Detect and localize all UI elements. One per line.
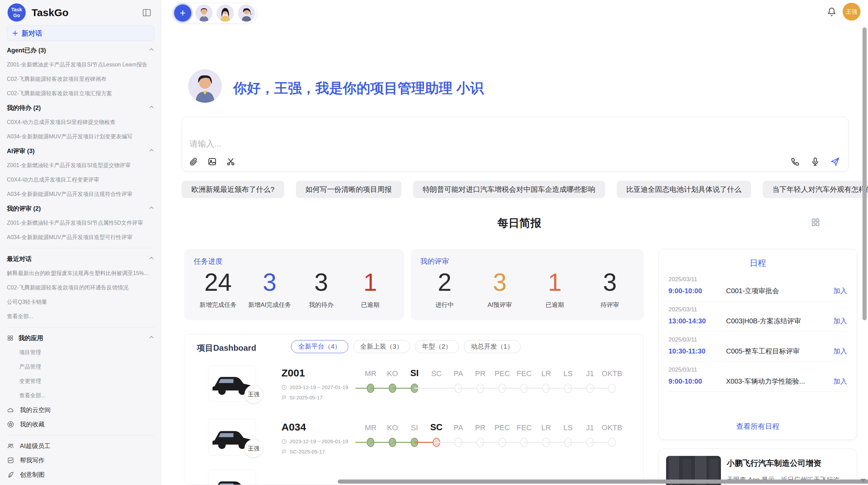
- project-row: 王强A0342023-12-19 ~ 2026-01-19SC-2025-05-…: [184, 419, 644, 460]
- notifications-bell-icon[interactable]: [827, 7, 836, 16]
- scroll-down-arrow-icon[interactable]: [860, 479, 866, 483]
- suggestion-chip[interactable]: 欧洲新规最近颁布了什么?: [182, 181, 284, 198]
- scissors-icon[interactable]: [226, 157, 236, 166]
- stat-item: 3我的待办: [302, 269, 340, 309]
- sidebar-link-label: 创意制图: [20, 471, 45, 479]
- event-join-link[interactable]: 加入: [833, 316, 847, 326]
- stat-card-title: 任务进度: [194, 257, 222, 266]
- view-all-schedule-link[interactable]: 查看所有日程: [659, 422, 857, 431]
- microphone-icon[interactable]: [810, 157, 820, 166]
- chevron-up-icon[interactable]: [149, 104, 154, 112]
- dashboard-tab[interactable]: 年型（2）: [415, 340, 459, 353]
- plus-icon: [12, 30, 18, 36]
- sidebar-section-header[interactable]: Agent已办 (3): [7, 43, 154, 58]
- sidebar-collapse-icon[interactable]: [142, 8, 152, 17]
- app-menu-item[interactable]: 产品管理: [7, 360, 154, 374]
- suggestion-chip[interactable]: 当下年轻人对汽车外观有怎样的喜好趋势: [763, 181, 868, 198]
- milestone-label: FEC: [513, 423, 535, 432]
- event-date: 2025/03/11: [668, 366, 847, 373]
- sidebar-link-label: 帮我写作: [20, 456, 45, 464]
- sidebar: TaskGo TaskGo 新对话 Agent已办 (3)Z001-全新燃油皮卡…: [0, 0, 161, 485]
- sidebar-task-item[interactable]: C0X4-动力总成开发项目SI里程碑提交物检查: [7, 115, 154, 129]
- sidebar-task-item[interactable]: A034-全新新能源MUV产品开发项目法规符合性评审: [7, 187, 154, 201]
- image-icon[interactable]: [207, 157, 217, 166]
- apps-view-all[interactable]: 查看全部...: [7, 388, 154, 403]
- chevron-up-icon[interactable]: [149, 335, 154, 342]
- sidebar-task-item[interactable]: C0X4-动力总成开发项目工程变更评审: [7, 173, 154, 187]
- write-icon: [7, 457, 14, 464]
- suggestion-chips: 欧洲新规最近颁布了什么?如何写一份清晰的项目周报特朗普可能对进口汽车增税会对中国…: [182, 181, 868, 198]
- project-dates: 2023-12-19 ~ 2026-01-19: [281, 438, 348, 444]
- milestone-label: LR: [535, 369, 557, 378]
- project-flag-text: SC-2025-05-17: [290, 449, 325, 455]
- agent-quickbar: +: [172, 3, 257, 23]
- recent-chat-item[interactable]: 公司Q3轻卡销量: [7, 295, 154, 309]
- sidebar-task-item[interactable]: A034-全新新能源MUV产品开发项目造型可行性评审: [7, 230, 154, 245]
- chevron-up-icon[interactable]: [149, 47, 154, 54]
- app-window: TaskGo TaskGo 新对话 Agent已办 (3)Z001-全新燃油皮卡…: [0, 0, 868, 485]
- app-menu-item[interactable]: 项目管理: [7, 345, 154, 360]
- agent-avatar-2[interactable]: [217, 4, 234, 22]
- sidebar-task-item[interactable]: Z001-全新燃油轻卡产品开发项目SI造型提交物评审: [7, 158, 154, 173]
- chevron-up-icon[interactable]: [149, 148, 154, 155]
- project-milestone-flag: SI-2025-05-17: [281, 395, 323, 400]
- app-menu-item[interactable]: 变更管理: [7, 374, 154, 388]
- user-avatar[interactable]: 王强: [843, 3, 860, 21]
- dashboard-tab[interactable]: 动总开发（1）: [464, 340, 521, 353]
- recent-chat-item[interactable]: 解释最新出台的欧盟报废车法规再生塑料比例被调至15%...: [7, 266, 154, 281]
- sidebar-task-item[interactable]: C02-飞腾新能源轻客改款项目立项汇报方案: [7, 86, 154, 101]
- event-name: X003-车辆动力学性能验...: [726, 377, 833, 386]
- attachment-icon[interactable]: [189, 157, 198, 166]
- new-chat-button[interactable]: 新对话: [7, 25, 154, 41]
- sidebar-section-header[interactable]: 我的待办 (2): [7, 101, 154, 115]
- suggestion-chip[interactable]: 比亚迪全固态电池计划具体说了什么: [617, 181, 751, 198]
- sidebar-task-item[interactable]: A034-全新新能源MUV产品开发项目计划变更表编写: [7, 129, 154, 144]
- sidebar-item-star[interactable]: 我的收藏: [7, 417, 154, 432]
- sidebar-tool-feather[interactable]: 创意制图: [7, 468, 154, 482]
- milestone-label: SI: [403, 423, 425, 432]
- briefing-layout-icon[interactable]: [811, 218, 820, 227]
- event-name: C003|H0B-方案冻结评审: [726, 316, 833, 326]
- chat-input-card[interactable]: 请输入...: [182, 117, 848, 172]
- suggestion-chip[interactable]: 特朗普可能对进口汽车增税会对中国车企造成哪些影响: [413, 181, 605, 198]
- suggestion-chip[interactable]: 如何写一份清晰的项目周报: [296, 181, 401, 198]
- recent-chats-view-all[interactable]: 查看全部...: [7, 309, 154, 324]
- chevron-up-icon[interactable]: [149, 256, 154, 263]
- milestone-node[interactable]: [608, 384, 616, 393]
- sidebar-content: Agent已办 (3)Z001-全新燃油皮卡产品开发项目SI节点Lesson L…: [7, 43, 154, 482]
- event-join-link[interactable]: 加入: [833, 286, 847, 296]
- add-agent-button[interactable]: +: [174, 4, 191, 22]
- sidebar-task-item[interactable]: Z001-全新燃油皮卡产品开发项目SI节点Lesson Learn报告: [7, 58, 154, 72]
- sidebar-section-header[interactable]: AI评审 (3): [7, 144, 154, 158]
- chevron-up-icon[interactable]: [149, 205, 154, 212]
- event-date: 2025/03/11: [668, 336, 847, 343]
- event-time: 13:00-14:30: [668, 317, 726, 325]
- milestone-node[interactable]: [608, 438, 616, 447]
- send-icon[interactable]: [830, 157, 840, 166]
- sidebar-section-header-recent[interactable]: 最近对话: [7, 252, 154, 266]
- recent-chat-item[interactable]: C02-飞腾新能源轻客改款项目的闭环通告反馈情况: [7, 281, 154, 295]
- sidebar-tool-people[interactable]: AI超级员工: [7, 439, 154, 453]
- sidebar-task-item[interactable]: C02-飞腾新能源轻客改款项目里程碑画布: [7, 72, 154, 86]
- dashboard-tab[interactable]: 全新上装（3）: [353, 340, 410, 353]
- horizontal-scrollbar[interactable]: [338, 480, 868, 484]
- agent-avatar-3[interactable]: [238, 4, 255, 22]
- news-title: 小鹏飞行汽车制造公司增资: [727, 458, 821, 469]
- chat-input-placeholder: 请输入...: [190, 138, 221, 149]
- sidebar-item-cloud[interactable]: 我的云空间: [7, 403, 154, 417]
- vertical-scrollbar[interactable]: [863, 27, 867, 320]
- phone-call-icon[interactable]: [791, 157, 800, 166]
- event-join-link[interactable]: 加入: [833, 377, 847, 386]
- daily-briefing-title: 每日简报: [497, 217, 541, 229]
- event-date: 2025/03/11: [668, 276, 847, 283]
- sidebar-section-header[interactable]: 我的评审 (2): [7, 201, 154, 216]
- sidebar-section-header-apps[interactable]: 我的应用: [7, 331, 154, 345]
- sidebar-task-item[interactable]: Z001-全新燃油轻卡产品开发项目SI节点属性5D文件评审: [7, 216, 154, 230]
- stat-label: 新增AI完成任务: [248, 301, 291, 309]
- event-join-link[interactable]: 加入: [833, 347, 847, 356]
- stat-item: 1已逾期: [536, 269, 574, 309]
- dashboard-tab[interactable]: 全新平台（4）: [291, 340, 348, 353]
- sidebar-tool-write[interactable]: 帮我写作: [7, 453, 154, 468]
- project-dashboard-card: 项目Dashboard 全新平台（4）全新上装（3）年型（2）动总开发（1） 王…: [184, 334, 644, 485]
- agent-avatar-1[interactable]: [195, 4, 213, 22]
